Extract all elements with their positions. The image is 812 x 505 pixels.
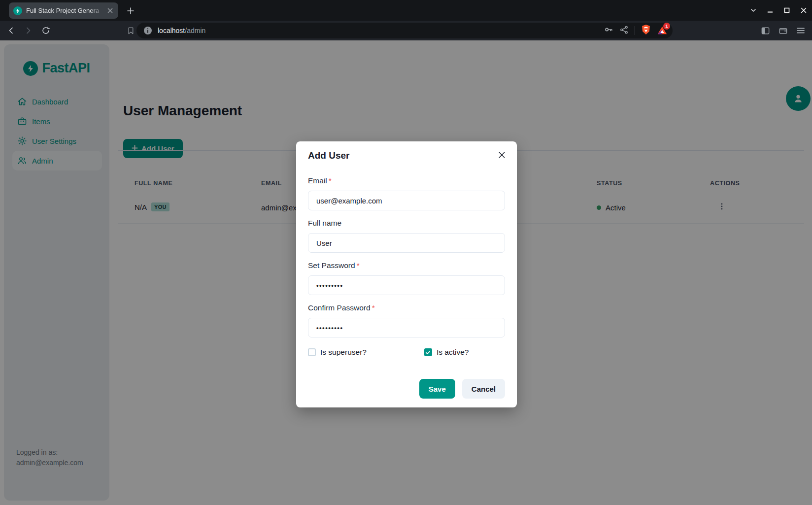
cancel-button[interactable]: Cancel bbox=[462, 379, 505, 399]
back-button[interactable] bbox=[4, 23, 19, 38]
brave-rewards-icon[interactable]: 1 bbox=[657, 25, 668, 36]
fastapi-favicon-icon bbox=[13, 6, 22, 15]
menu-icon[interactable] bbox=[793, 23, 808, 38]
add-user-modal: Add User Email* Full name Set Password* … bbox=[296, 141, 517, 407]
wallet-icon[interactable] bbox=[776, 23, 790, 38]
url-host: localhost bbox=[158, 27, 185, 34]
required-asterisk: * bbox=[372, 303, 375, 312]
url-bar[interactable]: localhost/admin 1 bbox=[136, 23, 673, 38]
modal-footer: Save Cancel bbox=[308, 379, 505, 399]
checkbox-row: Is superuser? Is active? bbox=[308, 348, 505, 357]
required-asterisk: * bbox=[357, 261, 360, 269]
browser-window: Full Stack Project Genera bbox=[0, 0, 812, 505]
new-tab-button[interactable] bbox=[124, 4, 137, 17]
is-active-label: Is active? bbox=[437, 348, 469, 357]
browser-titlebar: Full Stack Project Genera bbox=[0, 0, 812, 21]
save-button[interactable]: Save bbox=[419, 379, 455, 399]
maximize-icon[interactable] bbox=[778, 0, 795, 21]
share-icon[interactable] bbox=[619, 25, 629, 36]
browser-toolbar: localhost/admin 1 bbox=[0, 21, 812, 40]
confirm-password-label: Confirm Password* bbox=[308, 303, 505, 313]
toolbar-right bbox=[758, 21, 808, 40]
reload-button[interactable] bbox=[38, 23, 53, 38]
fullname-label: Full name bbox=[308, 219, 505, 228]
email-field[interactable] bbox=[308, 191, 505, 210]
tab-close-icon[interactable] bbox=[105, 6, 114, 15]
sidebar-toggle-icon[interactable] bbox=[758, 23, 773, 38]
url-path: /admin bbox=[185, 27, 205, 34]
checkbox-unchecked-icon bbox=[308, 348, 316, 356]
required-asterisk: * bbox=[329, 176, 332, 185]
confirm-password-field[interactable] bbox=[308, 318, 505, 337]
is-superuser-checkbox[interactable]: Is superuser? bbox=[308, 348, 367, 357]
modal-title: Add User bbox=[308, 150, 505, 162]
checkbox-checked-icon bbox=[424, 348, 432, 356]
set-password-field[interactable] bbox=[308, 275, 505, 295]
bookmark-icon[interactable] bbox=[123, 23, 138, 38]
url-actions: 1 bbox=[604, 24, 668, 37]
web-content: FastAPI Dashboard Items bbox=[0, 40, 812, 505]
browser-tab[interactable]: Full Stack Project Genera bbox=[9, 2, 118, 19]
window-controls bbox=[745, 0, 812, 21]
is-superuser-label: Is superuser? bbox=[320, 348, 367, 357]
rewards-badge: 1 bbox=[663, 23, 670, 30]
minimize-icon[interactable] bbox=[762, 0, 778, 21]
url-divider bbox=[635, 26, 635, 35]
brave-shield-icon[interactable] bbox=[641, 24, 651, 37]
email-label: Email* bbox=[308, 176, 505, 186]
close-window-icon[interactable] bbox=[795, 0, 812, 21]
tab-search-chevron-icon[interactable] bbox=[745, 0, 762, 21]
url-text: localhost/admin bbox=[158, 27, 604, 34]
tab-title: Full Stack Project Genera bbox=[26, 7, 104, 14]
key-icon[interactable] bbox=[604, 25, 613, 36]
set-password-label: Set Password* bbox=[308, 261, 505, 270]
forward-button[interactable] bbox=[21, 23, 35, 38]
fullname-field[interactable] bbox=[308, 233, 505, 253]
is-active-checkbox[interactable]: Is active? bbox=[424, 348, 469, 357]
modal-close-icon[interactable] bbox=[495, 148, 508, 162]
site-info-icon[interactable] bbox=[143, 26, 152, 35]
